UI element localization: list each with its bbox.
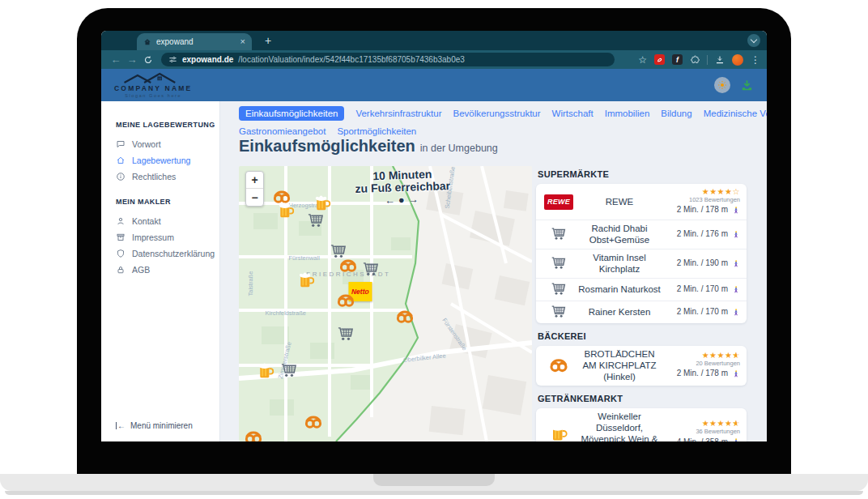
browser-menu-icon[interactable]: ⋮ [751,54,760,66]
speech-bubble-icon [116,139,126,149]
tab-wirtschaft[interactable]: Wirtschaft [552,106,594,121]
theme-toggle-button[interactable] [714,77,730,93]
zoom-in-button[interactable]: + [246,172,263,189]
extensions-puzzle-icon[interactable] [690,55,700,65]
map-marker-pretzel[interactable] [338,257,359,279]
lock-icon [116,265,126,275]
profile-avatar[interactable] [732,54,743,66]
collapse-icon: ← [116,421,126,430]
reload-icon [143,55,153,65]
beer-mug-icon [548,424,569,441]
rating-stars: ★★★★☆ [702,188,740,196]
forward-button[interactable]: → [124,53,140,66]
browser-tab-strip: expowand × + [101,31,767,50]
tab-medizinische-versorgung[interactable]: Medizinische Versorgung [704,106,767,121]
list-item-rosmarin[interactable]: Rosmarin Naturkost 2 Min. / 170 m [536,278,747,301]
list-item-rachid[interactable]: Rachid Dhabi Obst+Gemüse 2 Min. / 176 m [536,220,747,249]
half-star-icon: ☆★ [733,352,741,360]
walking-person-icon [732,229,740,240]
archive-box-icon [116,232,126,242]
tab-bildung[interactable]: Bildung [661,106,691,121]
back-button[interactable]: ← [108,53,124,66]
sidebar-item-rechtliches[interactable]: Rechtliches [116,168,219,185]
collapse-menu-button[interactable]: ← Menü minimieren [116,421,193,430]
review-count: 20 Bewertungen [696,360,740,367]
list-item-rewe[interactable]: REWE REWE ★★★★☆ 1023 Bewertungen 2 Min. … [536,184,747,220]
walking-person-icon [732,369,740,379]
url-bar[interactable]: expowand.de /locationValuation/index/542… [161,53,615,66]
map-marker-pretzel[interactable] [303,412,323,434]
tab-search-button[interactable] [747,34,760,47]
sidebar-item-label: Vorwort [132,139,161,149]
sidebar-item-vorwort[interactable]: Vorwort [116,136,219,152]
logo-name: COMPANY NAME [114,85,192,92]
tab-verkehrsinfrastruktur[interactable]: Verkehrsinfrastruktur [355,106,441,121]
reload-button[interactable] [140,55,156,65]
page-title: Einkaufsmöglichkeitenin der Umgebung [239,137,498,156]
list-item-rainer[interactable]: Rainer Kersten 2 Min. / 170 m [536,301,747,323]
sidebar-item-label: AGB [132,265,150,275]
sidebar-item-impressum[interactable]: Impressum [116,229,219,245]
map[interactable]: HerzogstraßeFürstenwallFRIEDRICHSTADTKir… [239,166,532,441]
site-settings-icon[interactable] [168,55,177,64]
cart-icon [549,281,568,298]
sidebar-item-kontakt[interactable]: Kontakt [116,213,219,229]
sidebar-item-datenschutz[interactable]: Datenschutzerklärung [116,245,219,262]
new-tab-button[interactable]: + [262,34,274,47]
sidebar: MEINE LAGEBEWERTUNG Vorwort Lagebewertun… [101,101,220,441]
browser-toolbar: ← → expowand.de /locationValuation/index… [101,50,767,69]
results-panel: SUPERMÄRKTE REWE REWE ★★★★☆ 1023 Bewertu… [536,161,747,441]
map-marker-beer[interactable] [256,362,275,384]
info-circle-icon [116,172,126,181]
roofline-icon [118,72,188,84]
walk-time-annotation: 10 Minuten zu Fuß erreichbar ←●→ [321,166,486,209]
distance-text: 2 Min. / 190 m [677,258,728,269]
place-name: Weinkeller Düsseldorf, Mövenpick Wein & … [577,411,662,441]
map-marker-cart[interactable] [335,326,356,348]
category-tabs: Einkaufsmöglichkeiten Verkehrsinfrastruk… [239,106,757,139]
bookmark-star-icon[interactable]: ☆ [638,54,647,66]
collapse-label: Menü minimieren [130,421,193,430]
place-name: Vitamin Insel Kirchplatz [577,252,662,275]
tab-bevoelkerungsstruktur[interactable]: Bevölkerungsstruktur [453,106,541,121]
walking-person-icon [732,307,740,318]
tab-close-icon[interactable]: × [240,37,245,46]
map-marker-pretzel[interactable] [394,308,415,330]
download-report-button[interactable] [740,79,754,92]
company-logo[interactable]: COMPANY NAME Slogan Goes here [114,72,192,98]
favicon-house-icon [143,38,151,46]
tab-einkaufsmoeglichkeiten[interactable]: Einkaufsmöglichkeiten [239,106,344,121]
map-marker-cart[interactable] [305,212,326,234]
zoom-out-button[interactable]: − [246,189,263,206]
map-zoom-control: + − [245,171,264,207]
laptop-base-edge [5,491,863,495]
rewe-logo: REWE [544,194,573,210]
sidebar-item-label: Lagebewertung [132,156,190,165]
laptop-base-notch [373,474,495,486]
person-icon [116,216,126,226]
section-title-getraenkemarkt: GETRÄNKEMARKT [538,394,747,403]
pdf-extension-icon[interactable] [654,54,665,65]
sidebar-item-label: Rechtliches [132,172,176,181]
sidebar-item-lagebewertung[interactable]: Lagebewertung [116,152,219,168]
sidebar-item-agb[interactable]: AGB [116,262,219,278]
browser-tab[interactable]: expowand × [137,33,252,50]
map-marker-cart[interactable] [279,362,300,384]
distance-text: 2 Min. / 178 m [677,204,728,215]
fr-extension-icon[interactable]: f [672,54,683,65]
list-item-vitamin[interactable]: Vitamin Insel Kirchplatz 2 Min. / 190 m [536,249,747,278]
list-item-weinkeller[interactable]: Weinkeller Düsseldorf, Mövenpick Wein & … [536,408,747,441]
map-marker-beer[interactable] [296,271,316,293]
sun-icon [717,80,727,90]
page-title-main: Einkaufsmöglichkeiten [239,137,415,155]
list-item-brotlaedchen[interactable]: BROTLÄDCHEN AM KIRCHPLATZ (Hinkel) ★★★★☆… [536,346,747,386]
map-marker-cart[interactable] [360,260,381,282]
tab-immobilien[interactable]: Immobilien [605,106,650,121]
map-marker-pretzel[interactable] [244,428,264,441]
map-marker-beer[interactable] [276,202,296,224]
main-content: Einkaufsmöglichkeiten Verkehrsinfrastruk… [220,101,767,441]
browser-window: expowand × + ← → expowand.de /locationVa… [101,31,767,441]
distance-text: 2 Min. / 178 m [677,368,728,379]
map-marker-pretzel[interactable] [336,292,356,313]
downloads-icon[interactable] [715,55,725,65]
